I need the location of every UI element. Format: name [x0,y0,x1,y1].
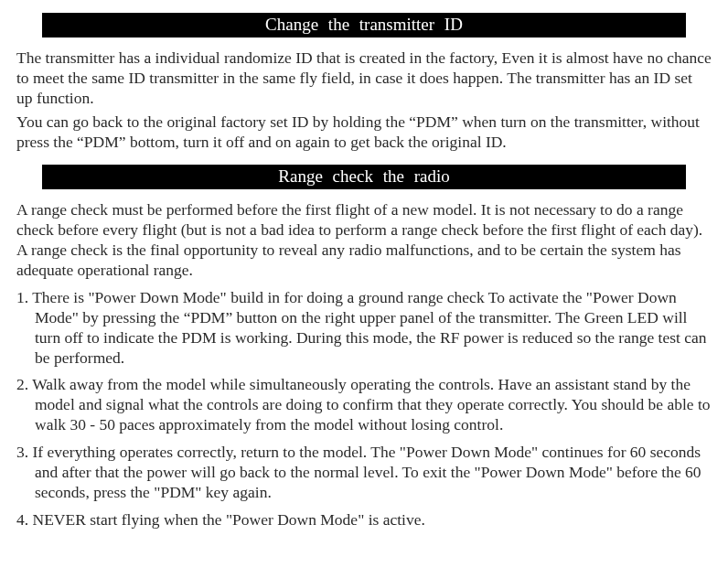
paragraph: A range check must be performed before t… [16,200,712,281]
list-item: 3. If everything operates correctly, ret… [16,443,712,503]
section-header-change-id: Change the transmitter ID [42,13,686,37]
list-item: 4. NEVER start flying when the "Power Do… [16,510,712,530]
list-item: 1. There is "Power Down Mode" build in f… [16,288,712,369]
section-header-range-check: Range check the radio [42,165,686,189]
list-item: 2. Walk away from the model while simult… [16,375,712,435]
paragraph: You can go back to the original factory … [16,112,712,153]
paragraph: The transmitter has a individual randomi… [16,48,712,109]
